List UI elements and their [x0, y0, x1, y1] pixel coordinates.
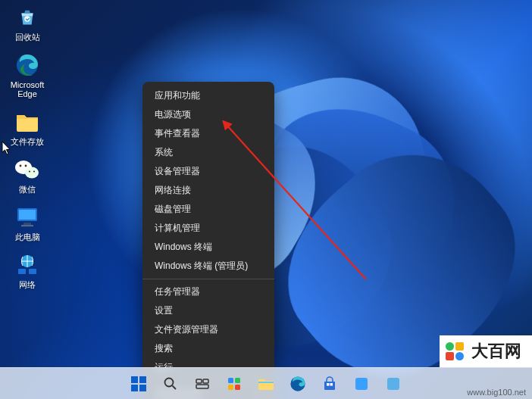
- menu-item[interactable]: 任务管理器: [142, 282, 274, 301]
- svg-line-21: [173, 385, 177, 389]
- taskbar-app2-button[interactable]: [380, 371, 406, 397]
- mouse-cursor: [2, 141, 12, 156]
- store-icon: [322, 376, 337, 391]
- folder-icon: [14, 109, 40, 135]
- taskbar-task-view-button[interactable]: [189, 371, 215, 397]
- desktop-icon-grid: 回收站 Microsoft Edge 文件存放 微信 此电脑: [5, 5, 58, 300]
- desktop-icon-recycle-bin[interactable]: 回收站: [5, 5, 50, 42]
- menu-item[interactable]: 磁盘管理: [142, 200, 274, 219]
- file-explorer-icon: [258, 377, 274, 391]
- desktop-icon-label: 文件存放: [11, 137, 44, 146]
- desktop-icon-this-pc[interactable]: 此电脑: [5, 204, 50, 242]
- desktop-icon-edge[interactable]: Microsoft Edge: [5, 52, 50, 98]
- menu-item[interactable]: 设置: [142, 301, 274, 320]
- svg-rect-14: [29, 269, 36, 274]
- svg-rect-18: [131, 385, 138, 391]
- watermark-logo-icon: [446, 342, 465, 360]
- edge-icon: [289, 376, 306, 392]
- svg-point-4: [20, 165, 22, 167]
- menu-item[interactable]: Windows 终端: [142, 238, 274, 257]
- desktop-icon-label: 网络: [19, 280, 36, 289]
- svg-point-20: [165, 378, 174, 386]
- watermark-url: www.big100.net: [467, 388, 526, 397]
- desktop-icon-label: 微信: [19, 185, 36, 194]
- network-icon: [14, 252, 40, 278]
- menu-item[interactable]: 事件查看器: [142, 124, 274, 143]
- taskbar-store-button[interactable]: [317, 371, 343, 397]
- svg-rect-25: [228, 378, 233, 383]
- recycle-bin-icon: [14, 5, 40, 30]
- taskbar-start-button[interactable]: [126, 371, 152, 397]
- taskbar-search-button[interactable]: [158, 371, 183, 397]
- menu-item[interactable]: Windows 终端 (管理员): [142, 257, 274, 276]
- svg-rect-9: [19, 210, 36, 220]
- menu-item[interactable]: 文件资源管理器: [142, 320, 274, 339]
- svg-rect-10: [23, 223, 31, 225]
- svg-rect-27: [228, 385, 233, 390]
- svg-rect-34: [387, 378, 399, 390]
- watermark: 大百网: [440, 335, 532, 367]
- svg-rect-11: [21, 225, 33, 226]
- task-view-icon: [195, 376, 210, 391]
- desktop-icon-label: 回收站: [15, 33, 40, 42]
- app1-icon: [354, 376, 369, 391]
- desktop-screen: 回收站 Microsoft Edge 文件存放 微信 此电脑: [0, 0, 532, 399]
- edge-icon: [14, 52, 40, 78]
- menu-item[interactable]: 设备管理器: [142, 162, 274, 181]
- svg-point-3: [25, 167, 39, 179]
- taskbar-file-explorer-button[interactable]: [253, 371, 279, 397]
- menu-item[interactable]: 应用和功能: [142, 86, 274, 105]
- svg-rect-19: [139, 385, 146, 391]
- svg-rect-17: [139, 376, 146, 383]
- svg-rect-31: [327, 383, 330, 386]
- svg-point-5: [25, 165, 27, 167]
- desktop-icon-wechat[interactable]: 微信: [5, 157, 50, 194]
- wechat-icon: [14, 157, 40, 182]
- app2-icon: [386, 376, 401, 391]
- svg-point-7: [33, 170, 35, 172]
- svg-rect-22: [196, 379, 202, 383]
- this-pc-icon: [14, 204, 40, 230]
- svg-rect-24: [196, 385, 208, 388]
- svg-rect-16: [131, 376, 138, 383]
- start-context-menu: 应用和功能电源选项事件查看器系统设备管理器网络连接磁盘管理计算机管理Window…: [142, 82, 274, 399]
- svg-rect-29: [258, 382, 274, 383]
- svg-point-6: [29, 170, 30, 172]
- taskbar: www.big100.net: [0, 367, 532, 399]
- menu-separator: [142, 279, 274, 279]
- svg-rect-26: [235, 378, 240, 383]
- menu-item[interactable]: 计算机管理: [142, 219, 274, 238]
- svg-rect-28: [235, 385, 240, 390]
- taskbar-edge-button[interactable]: [285, 371, 311, 397]
- svg-rect-33: [355, 378, 368, 390]
- desktop-icon-network[interactable]: 网络: [5, 252, 50, 289]
- desktop-icon-label: 此电脑: [15, 232, 40, 242]
- menu-item[interactable]: 系统: [142, 143, 274, 162]
- taskbar-app1-button[interactable]: [349, 371, 374, 397]
- taskbar-widgets-button[interactable]: [221, 371, 247, 397]
- svg-rect-23: [203, 379, 208, 383]
- watermark-text: 大百网: [471, 340, 521, 363]
- menu-item[interactable]: 电源选项: [142, 105, 274, 124]
- menu-item[interactable]: 搜索: [142, 339, 274, 358]
- menu-item[interactable]: 网络连接: [142, 181, 274, 200]
- svg-rect-32: [330, 383, 333, 386]
- search-icon: [163, 376, 178, 391]
- desktop-icon-label: Microsoft Edge: [5, 80, 50, 98]
- svg-rect-13: [18, 269, 26, 274]
- widgets-icon: [227, 376, 242, 391]
